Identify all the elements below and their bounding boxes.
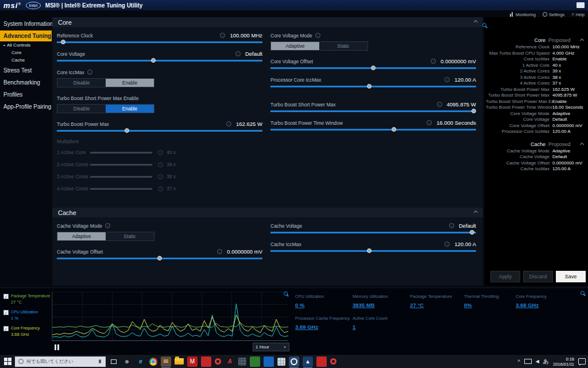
toggle-option-static[interactable]: Static (106, 232, 154, 240)
red-app2-icon[interactable] (316, 356, 327, 367)
red-ring-icon[interactable] (215, 358, 221, 365)
msi-dragon-icon[interactable]: M (187, 356, 198, 367)
monitor-stat: Active Core Count 1 (353, 316, 408, 332)
core-section-header: Core (52, 17, 483, 27)
green-app-icon[interactable] (250, 356, 260, 367)
toggle-option-disable[interactable]: Disable (57, 105, 106, 113)
toggle-option-adaptive[interactable]: Adaptive (271, 42, 319, 50)
info-icon[interactable]: i (437, 102, 442, 107)
action-center-icon[interactable] (578, 358, 586, 365)
sidebar-item[interactable]: System Information (0, 18, 52, 29)
pause-button[interactable] (54, 344, 61, 350)
graph-expand-icon[interactable] (284, 292, 288, 296)
toggle-option-disable[interactable]: Disable (57, 79, 106, 87)
turbo-time-window-slider[interactable] (270, 129, 476, 131)
people-icon[interactable]: ☻ (122, 356, 132, 367)
menu-help[interactable]: ? Help (571, 12, 585, 17)
clock[interactable]: 0:16 2016/01/11 (553, 356, 574, 367)
core-voltage-slider[interactable] (57, 60, 262, 62)
taskbar-apps: ☻e✉MA▲ (119, 356, 336, 367)
info-icon[interactable]: i (444, 241, 450, 247)
info-icon[interactable]: i (315, 33, 320, 38)
toggle-option-adaptive[interactable]: Adaptive (57, 232, 106, 240)
save-button[interactable]: Save (556, 271, 586, 282)
chrome-icon[interactable] (149, 358, 157, 366)
panel-tool-icon[interactable] (482, 23, 486, 27)
sidebar-item[interactable]: Advanced Tuning (0, 30, 52, 41)
task-view-icon (111, 359, 117, 364)
processor-core-iccmax-slider[interactable] (270, 86, 476, 87)
info-icon[interactable]: i (431, 59, 436, 64)
multiplier-row: 3 Active Cores i 38 x (57, 173, 262, 180)
cache-iccmax-slider[interactable] (270, 250, 476, 252)
sidebar-item[interactable]: App-Profile Pairing (0, 101, 52, 112)
time-range-dropdown[interactable]: 1 Hour ▼ (253, 343, 289, 351)
turbo-short-power-max-slider[interactable] (270, 110, 476, 112)
red-a-app-icon[interactable]: A (225, 356, 235, 367)
sidebar-item[interactable]: Stress Test (0, 65, 52, 76)
grid-app-icon[interactable] (277, 358, 285, 366)
volume-tray-icon[interactable]: ◀ (536, 359, 539, 364)
mail-icon[interactable]: ✉ (161, 356, 171, 367)
collapse-chevron-icon[interactable] (580, 142, 584, 146)
task-view-button[interactable] (108, 355, 119, 368)
toggle-option-static[interactable]: Static (319, 42, 368, 50)
display-tray-icon[interactable] (524, 359, 532, 364)
camera-icon[interactable] (289, 356, 299, 367)
info-icon[interactable]: i (226, 121, 231, 126)
start-button[interactable] (0, 355, 15, 368)
control-value: 4095.875 W (447, 101, 476, 108)
control-label: Turbo Boost Power Time Window (270, 120, 343, 126)
core-voltage-offset-slider[interactable] (270, 67, 476, 69)
menu-monitoring[interactable]: Monitoring (509, 12, 536, 17)
apply-button[interactable]: Apply (490, 271, 520, 282)
collapse-chevron-icon[interactable] (580, 39, 584, 43)
stats-expand-icon[interactable] (581, 291, 585, 295)
sidebar-item[interactable]: Profiles (0, 89, 52, 100)
red-app-icon[interactable] (201, 356, 211, 367)
proposed-core-header: Core Proposed (486, 37, 585, 44)
info-icon[interactable]: i (217, 249, 222, 254)
red-ring2-icon[interactable] (330, 358, 336, 365)
photos-icon[interactable]: ▲ (303, 356, 313, 367)
discard-button[interactable]: Discard (523, 271, 553, 282)
toggle-option-enable[interactable]: Enable (106, 79, 154, 87)
multiplier-slider (90, 188, 152, 190)
sidebar-item[interactable]: Cache (0, 56, 52, 64)
legend-checkbox[interactable]: ✓ (3, 294, 9, 299)
reference-clock-slider[interactable] (57, 41, 262, 43)
turbo-short-enable-control: Turbo Boost Short Power Max Enable Disab… (57, 94, 262, 113)
info-icon[interactable]: i (449, 223, 454, 228)
search-input[interactable]: 何でも聞いてください (26, 358, 96, 365)
microphone-icon[interactable] (99, 359, 101, 363)
toggle-option-enable[interactable]: Enable (106, 105, 154, 113)
legend-checkbox[interactable]: ✓ (3, 310, 9, 315)
collapse-chevron-icon[interactable] (474, 210, 478, 214)
cache-iccmax-control: Cache IccMax i 120.00 A (270, 240, 476, 252)
legend-checkbox[interactable]: ✓ (3, 326, 9, 331)
edge-icon[interactable]: e (136, 356, 146, 367)
info-icon[interactable]: i (87, 70, 92, 75)
sidebar-item[interactable]: Benchmarking (0, 77, 52, 88)
info-icon[interactable]: i (220, 33, 225, 38)
search-box[interactable]: 何でも聞いてください (15, 356, 106, 367)
info-icon[interactable]: i (105, 223, 110, 228)
sidebar-item[interactable]: Core (0, 49, 52, 56)
turbo-power-max-slider[interactable] (57, 130, 262, 132)
sidebar-item[interactable]: All Controls (0, 41, 52, 49)
cache-voltage-offset-slider[interactable] (57, 258, 262, 259)
calculator-icon[interactable] (238, 358, 246, 366)
ime-indicator[interactable]: あ (543, 358, 549, 366)
proposed-core-rows: Reference Clock 100.000 MHz Max Turbo Bo… (486, 44, 585, 135)
collapse-chevron-icon[interactable] (474, 20, 478, 24)
info-icon[interactable]: i (444, 77, 450, 82)
tray-chevron-icon[interactable]: ^ (517, 359, 520, 365)
file-explorer-icon[interactable] (175, 358, 184, 365)
minimize-button[interactable] (577, 2, 585, 8)
cache-voltage-slider[interactable] (270, 232, 476, 233)
info-icon[interactable]: i (427, 120, 432, 125)
menu-settings[interactable]: Settings (543, 12, 564, 17)
blue-app-icon[interactable] (264, 356, 274, 367)
turbo-short-enable-toggle: Disable Enable (57, 104, 154, 113)
info-icon[interactable]: i (235, 51, 241, 56)
